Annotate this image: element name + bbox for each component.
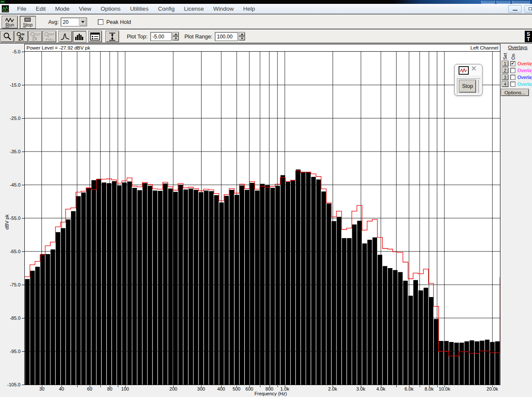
spin-up-button[interactable] [239, 32, 245, 36]
spectrum-plot[interactable] [24, 51, 500, 385]
menu-utilities[interactable]: Utilities [125, 4, 153, 13]
floating-stop-window[interactable]: ✕ Stop [454, 64, 482, 96]
overlays-title: Overlays [508, 45, 527, 50]
title-bar[interactable] [0, 0, 532, 4]
mdi-minimize-button[interactable] [508, 5, 522, 13]
svg-text:IN: IN [21, 33, 24, 36]
window-minimize-hint[interactable] [481, 1, 495, 4]
x-tick-label: 30 [39, 386, 44, 391]
zoom-in-2x-button[interactable]: IN 2X [15, 31, 28, 42]
overlay-label-3: Overlay [517, 75, 532, 80]
overlay-on-checkbox-1[interactable]: ✔ [510, 61, 515, 66]
avg-dropdown[interactable]: 20 [61, 18, 87, 26]
avg-value: 20 [63, 19, 68, 25]
x-tick-label: 3.0k [357, 386, 365, 391]
plot-range-tool-button[interactable] [105, 31, 119, 42]
bar-chart-icon [74, 32, 85, 41]
overlay-on-checkbox-4[interactable] [510, 82, 515, 87]
overlay-row: 1✔Overlay [501, 61, 532, 67]
menu-items: FileEditModeViewOptionsUtilitiesConfigLi… [12, 4, 260, 13]
overlay-set-button-3[interactable]: 3 [502, 74, 509, 80]
run-button[interactable]: Run [2, 16, 18, 29]
set-column-label: Set [503, 53, 508, 60]
settings-list-button[interactable] [88, 31, 102, 42]
x-axis-title: Frequency (Hz) [254, 391, 287, 396]
stop-button[interactable]: Stop [20, 16, 36, 29]
zoom-out-full-button[interactable]: OUT FULL [43, 31, 56, 42]
menu-config[interactable]: Config [153, 4, 179, 13]
overlays-options-button[interactable]: Options... [501, 89, 529, 96]
x-tick-label: 100 [121, 386, 129, 391]
y-tick-label: -25.0 [3, 116, 20, 121]
x-tick-mark [437, 385, 438, 387]
menu-edit[interactable]: Edit [31, 4, 50, 13]
peak-hold-label: Peak Hold [106, 19, 131, 25]
overlay-set-button-2[interactable]: 2 [502, 67, 509, 73]
overlay-set-button-1[interactable]: 1 [502, 61, 509, 67]
divider [456, 76, 481, 76]
spin-down-button[interactable] [239, 36, 245, 41]
menu-options[interactable]: Options [96, 4, 126, 13]
avg-dropdown-arrow[interactable] [79, 18, 86, 26]
window-close-hint[interactable] [512, 1, 530, 4]
x-tick-label: 4.0k [377, 386, 386, 391]
stop-button-groove: Stop [457, 78, 481, 94]
restore-icon [529, 7, 532, 10]
y-tick-label: -95.0 [3, 349, 20, 354]
plot-range-input[interactable]: 100.00 [215, 32, 238, 41]
x-tick-label: 1.0k [281, 386, 289, 391]
peak-curve-icon [60, 32, 70, 41]
y-tick-label: -15.0 [3, 82, 20, 88]
mdi-window-buttons [508, 5, 532, 13]
menu-file[interactable]: File [12, 4, 31, 13]
overlay-on-checkbox-3[interactable] [510, 75, 515, 80]
floating-stop-button[interactable]: Stop [459, 80, 476, 93]
x-tick-label: 800 [266, 386, 273, 391]
x-tick-label: 400 [217, 386, 225, 391]
bar-spectrum-button[interactable] [73, 31, 86, 42]
overlay-on-checkbox-2[interactable] [510, 68, 515, 73]
overlay-set-button-4[interactable]: 4 [502, 81, 509, 87]
x-tick-mark [396, 385, 397, 387]
menu-license[interactable]: License [179, 4, 209, 13]
view-toolbar: IN 2X OUT 2X OUT FULL [0, 30, 532, 44]
overlay-row: 3Overlay [501, 74, 532, 81]
y-tick-label: -45.0 [3, 182, 20, 187]
chart-header-bar: Power Level = -27.92 dBV pk Left Channel [24, 44, 500, 51]
window-maximize-hint[interactable] [497, 1, 510, 4]
spin-down-button[interactable] [172, 36, 179, 41]
peak-hold-checkbox[interactable] [98, 19, 103, 25]
y-tick-label: -105.0 [3, 382, 20, 387]
avg-label: Avg: [48, 19, 59, 25]
x-tick-mark [100, 385, 101, 387]
mdi-restore-button[interactable] [524, 5, 532, 13]
mini-spectrum-button[interactable] [459, 66, 469, 75]
x-tick-mark [420, 385, 420, 387]
stop-rect-icon [24, 17, 32, 22]
y-tick-label: -55.0 [3, 216, 20, 221]
chart-area: Power Level = -27.92 dBV pk Left Channel… [0, 44, 532, 397]
x-tick-label: 8.0k [425, 386, 434, 391]
zoom-out-full-icon: OUT FULL [44, 32, 56, 41]
y-tick-label: -65.0 [3, 249, 20, 254]
menu-help[interactable]: Help [238, 4, 260, 13]
chevron-down-icon [81, 21, 85, 23]
channel-label: Left Channel [471, 45, 498, 50]
zoom-out-2x-button[interactable]: OUT 2X [29, 31, 42, 42]
zoom-button[interactable] [0, 31, 14, 42]
plot-top-input[interactable]: -5.00 [150, 32, 172, 41]
app-icon [0, 0, 5, 4]
menu-mode[interactable]: Mode [50, 4, 74, 13]
x-tick-label: 2.0k [328, 386, 337, 391]
signal-generator-button[interactable]: ST [525, 31, 532, 42]
zoom-out-2x-icon: OUT 2X [29, 32, 41, 41]
spin-up-button[interactable] [172, 32, 179, 36]
plot-top-spinner [172, 32, 179, 41]
menu-window[interactable]: Window [208, 4, 238, 13]
svg-text:OUT: OUT [35, 33, 41, 36]
line-spectrum-button[interactable] [58, 31, 72, 42]
triangle-down-icon [175, 38, 177, 39]
y-tick-mark [22, 152, 24, 152]
menu-view[interactable]: View [74, 4, 96, 13]
close-icon[interactable]: ✕ [471, 64, 476, 73]
